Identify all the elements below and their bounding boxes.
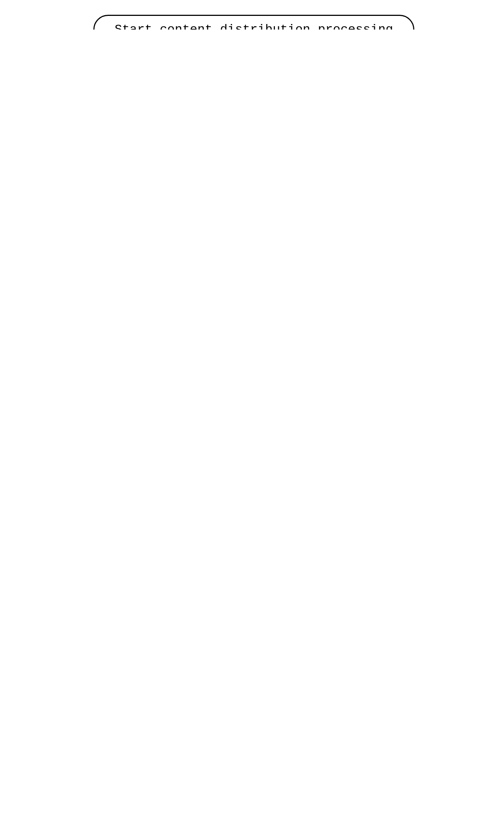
start-terminator: Start content distribution processing (93, 15, 414, 30)
start-text: Start content distribution processing (115, 22, 393, 30)
